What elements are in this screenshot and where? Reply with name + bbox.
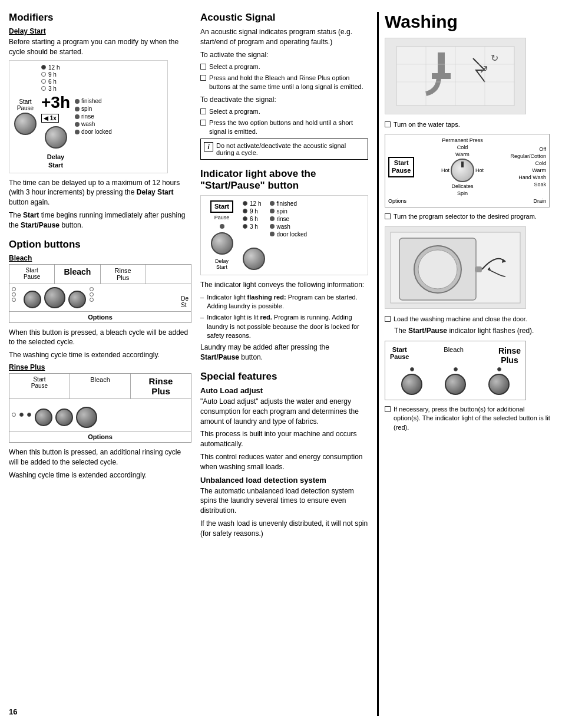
sbr-dot-3 xyxy=(497,367,501,371)
sbr-bleach: Bleach xyxy=(444,346,464,365)
step1-item: Turn on the water taps. xyxy=(385,120,553,129)
left-column: Modifiers Delay Start Before starting a … xyxy=(9,12,191,716)
checkbox-3 xyxy=(200,108,206,114)
acoustic-title: Acoustic Signal xyxy=(200,12,368,24)
indicator-start-btn xyxy=(211,232,233,255)
program-selector-knob xyxy=(451,159,474,182)
step3-text: Load the washing machine and close the d… xyxy=(394,315,527,324)
start-pause-button-diagram xyxy=(14,113,37,135)
delay-button-diagram xyxy=(45,126,67,149)
step1-text: Turn on the water taps. xyxy=(394,120,460,129)
special-title: Special features xyxy=(200,371,368,383)
step3b-text: The Start/Pause indicator light flashes … xyxy=(394,326,553,336)
delay-start-p3: The Start time begins running immediatel… xyxy=(9,210,191,230)
info-icon: i xyxy=(204,142,213,151)
bleach-panel-indicators: DeSt xyxy=(9,284,191,312)
checkbox-1 xyxy=(200,64,206,70)
checkbox-4 xyxy=(200,120,206,126)
option-buttons-section: Option buttons Bleach StartPause Bleach … xyxy=(9,239,191,480)
sbr-rinse-plus: RinsePlus xyxy=(498,346,521,365)
acoustic-deactivate-2: Press the two option buttons and hold un… xyxy=(200,118,368,137)
acoustic-p1: An acoustic signal indicates program sta… xyxy=(200,27,368,47)
control-panel-diagram: StartPause Permanent Press Cold Warm Hot… xyxy=(385,134,550,207)
indicator-large-btn xyxy=(243,248,265,270)
indicator-p1: The indicator light conveys the followin… xyxy=(200,280,368,290)
cp-start-label: StartPause xyxy=(388,157,414,177)
sbr-dots xyxy=(390,367,521,371)
indicator-start-label: Start xyxy=(210,200,233,213)
modifiers-section: Modifiers Delay Start Before starting a … xyxy=(9,12,191,230)
rinse-start-pause-btn xyxy=(35,409,52,426)
acoustic-deactivate-1: Select a program. xyxy=(200,107,368,116)
delay-start-diagram: StartPause 12 h 9 h 6 h 3 h +3h ◀ 1x xyxy=(9,60,168,173)
plus-3h-label: +3h xyxy=(41,93,70,111)
auto-load-p1: "Auto Load adjust" adjusts the water and… xyxy=(200,397,368,426)
auto-load-p3: This control reduces water and energy co… xyxy=(200,452,368,472)
washer-svg xyxy=(388,229,523,306)
delay-start-btn-label: DelayStart xyxy=(47,153,64,169)
faucet-svg: ↗ ↻ xyxy=(391,41,520,111)
dd-start-pause: StartPause xyxy=(14,98,37,135)
right-column: Washing ↗ ↻ xyxy=(377,12,553,716)
bleach-heading: Bleach xyxy=(9,254,191,262)
acoustic-activate-1: Select a program. xyxy=(200,62,368,71)
step2-checkbox xyxy=(385,213,391,219)
rinse-bleach-btn xyxy=(55,409,73,426)
bleach-rinse-btn xyxy=(68,291,86,308)
sbr-buttons xyxy=(390,374,521,395)
sbr-rinse-plus-btn xyxy=(488,374,510,395)
unbalanced-p1: The automatic unbalanced load detection … xyxy=(200,486,368,516)
step1-checkbox xyxy=(385,121,391,127)
sbr-bleach-btn xyxy=(445,374,466,395)
sbr-dot-2 xyxy=(454,367,458,371)
rinse-plus-p1: When this button is pressed, an addition… xyxy=(9,447,191,467)
delay-start-heading: Delay Start xyxy=(9,27,191,35)
washing-title: Washing xyxy=(385,12,553,32)
faucet-image: ↗ ↻ xyxy=(385,38,526,114)
step3-item: Load the washing machine and close the d… xyxy=(385,315,553,324)
bleach-p2: The washing cycle time is extended accor… xyxy=(9,350,191,360)
indicator-pause-label: Pause xyxy=(214,215,230,220)
step4-text: If necessary, press the button(s) for ad… xyxy=(394,405,553,432)
bleach-p1: When this button is pressed, a bleach cy… xyxy=(9,328,191,348)
svg-text:↻: ↻ xyxy=(491,53,498,63)
washer-image xyxy=(385,226,526,309)
indicator-section: Indicator light above the"Start/Pause" b… xyxy=(200,168,368,363)
info-text: Do not activate/deactivate the acoustic … xyxy=(216,142,365,156)
bleach-panel: StartPause Bleach RinsePlus xyxy=(9,264,191,323)
unbalanced-p2: If the wash load is unevenly distributed… xyxy=(200,519,368,539)
modifiers-title: Modifiers xyxy=(9,12,191,24)
step2-item: Turn the program selector to the desired… xyxy=(385,212,553,221)
step4-checkbox xyxy=(385,406,391,412)
rinse-plus-p2: Washing cycle time is extended according… xyxy=(9,470,191,480)
rinse-plus-heading: Rinse Plus xyxy=(9,363,191,371)
arrow-1x-label: ◀ 1x xyxy=(41,114,59,123)
sbr-panel: StartPause Bleach RinsePlus xyxy=(385,341,526,400)
bleach-panel-footer: Options xyxy=(9,312,191,322)
checkbox-2 xyxy=(200,75,206,81)
rinse-plus-panel-buttons xyxy=(9,399,191,431)
delay-start-p2: The time can be delayed up to a maximum … xyxy=(9,178,191,207)
step4-item: If necessary, press the button(s) for ad… xyxy=(385,405,553,432)
info-note: i Do not activate/deactivate the acousti… xyxy=(200,139,368,160)
step2-text: Turn the program selector to the desired… xyxy=(394,212,537,221)
auto-load-title: Auto Load adjust xyxy=(200,386,368,395)
dot-3h xyxy=(41,86,46,91)
delay-start-p1: Before starting a program you can modify… xyxy=(9,37,191,57)
svg-point-13 xyxy=(418,250,457,289)
indicator-bullet-2: – Indicator light is lit red. Program is… xyxy=(200,313,368,340)
sbr-start-btn xyxy=(401,374,422,395)
rinse-plus-panel: StartPause Bleach RinsePlus Options xyxy=(9,373,191,443)
rinse-plus-btn xyxy=(76,407,97,428)
acoustic-activate-label: To activate the signal: xyxy=(200,50,368,60)
rinse-plus-panel-footer: Options xyxy=(9,431,191,442)
mid-column: Acoustic Signal An acoustic signal indic… xyxy=(197,12,371,716)
acoustic-deactivate-label: To deactivate the signal: xyxy=(200,95,368,105)
indicator-p2: Laundry may be added after pressing the … xyxy=(200,342,368,363)
acoustic-activate-2: Press and hold the Bleach and Rinse Plus… xyxy=(200,74,368,92)
svg-rect-14 xyxy=(475,266,482,272)
indicator-bullet-1: – Indicator light flashing red: Program … xyxy=(200,293,368,311)
sbr-dot-1 xyxy=(410,367,414,371)
dot-6h xyxy=(41,79,46,84)
dot-12h xyxy=(41,65,46,70)
